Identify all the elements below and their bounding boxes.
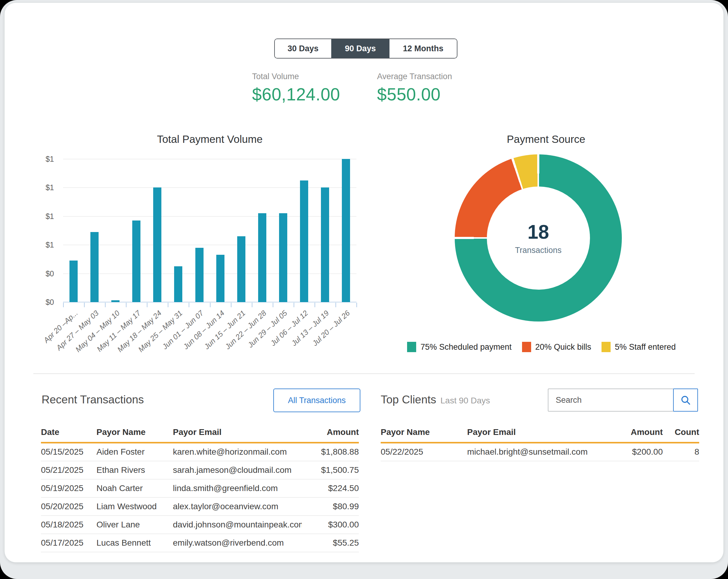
legend-item: 75% Scheduled payment (407, 342, 512, 352)
tab-12-months[interactable]: 12 Months (389, 39, 457, 58)
column-header-amount: Amount (598, 424, 663, 443)
cell-payor-email: linda.smith@greenfield.com (173, 479, 302, 497)
bar-Jul 13 – Jul 19 (321, 187, 329, 302)
bar-Jun 15 – Jun 21 (237, 236, 245, 302)
tab-30-days[interactable]: 30 Days (275, 39, 331, 58)
bar-slot (273, 159, 294, 302)
tab-90-days[interactable]: 90 Days (331, 39, 389, 58)
table-row: 05/19/2025Noah Carterlinda.smith@greenfi… (41, 479, 359, 497)
cell-payor-email: michael.bright@sunsetmail.com (467, 443, 598, 461)
dashboard-card: 30 Days 90 Days 12 Months Total Volume $… (4, 2, 724, 562)
bar-slot (147, 159, 168, 302)
bar-Jun 29 – Jul 05 (279, 213, 287, 302)
bar-Jul 20 – Jul 26 (342, 159, 350, 302)
all-transactions-button[interactable]: All Transactions (273, 389, 360, 412)
bar-Apr 27 – May 03 (90, 232, 99, 302)
table-row: 05/15/2025Aiden Fosterkaren.white@horizo… (41, 443, 359, 461)
average-transaction-stat: Average Transaction $550.00 (377, 72, 452, 104)
table-row: 05/18/2025Oliver Lanedavid.johnson@mount… (41, 516, 359, 534)
top-clients-heading-text: Top Clients (381, 393, 436, 406)
y-axis-tick-label: $0 (46, 269, 54, 278)
cell-payor-email: karen.white@horizonmail.com (173, 443, 302, 461)
donut-chart-title: Payment Source (446, 133, 646, 145)
recent-transactions-table: DatePayor NamePayor EmailAmount 05/15/20… (41, 424, 359, 552)
bar-May 18 – May 24 (153, 187, 161, 302)
bar-chart-title: Total Payment Volume (63, 133, 357, 145)
total-volume-label: Total Volume (252, 72, 340, 81)
cell-amount: $1,808.88 (302, 443, 359, 461)
donut-center: 18 Transactions (487, 187, 590, 290)
cell-amount: $80.99 (302, 497, 359, 516)
search-button[interactable] (673, 389, 698, 412)
cell-payor-name: 05/22/2025 (381, 443, 467, 461)
bar-slot (84, 159, 105, 302)
x-axis-tick (126, 303, 127, 307)
top-clients-title: Top ClientsLast 90 Days (381, 393, 490, 406)
table-row: 05/21/2025Ethan Riverssarah.jameson@clou… (41, 461, 359, 479)
x-axis-tick (357, 303, 357, 307)
cell-payor-email: sarah.jameson@cloudmail.com (173, 461, 302, 479)
search-input[interactable] (548, 389, 673, 412)
bar-Jul 06 – Jul 12 (300, 181, 308, 302)
bar-Apr 20 –Ap... (70, 261, 78, 302)
x-axis-tick (63, 303, 64, 307)
average-transaction-value: $550.00 (377, 84, 452, 104)
total-payment-volume-chart: $1$1$1$1$0$0Apr 20 –Ap...Apr 27 – May 03… (63, 159, 357, 302)
x-axis-tick (252, 303, 252, 307)
recent-transactions-header-row: DatePayor NamePayor EmailAmount (41, 424, 359, 443)
cell-payor-name: Lucas Bennett (97, 534, 173, 552)
cell-date: 05/18/2025 (41, 516, 97, 534)
top-clients-table: Payor NamePayor EmailAmountCount 05/22/2… (381, 424, 699, 461)
x-axis-tick (210, 303, 210, 307)
cell-date: 05/20/2025 (41, 497, 97, 516)
x-axis-tick (189, 303, 189, 307)
search-icon (680, 395, 691, 405)
cell-date: 05/15/2025 (41, 443, 97, 461)
bar-slot (231, 159, 252, 302)
bar-Jun 01 – Jun 07 (196, 248, 204, 302)
cell-payor-name: Noah Carter (97, 479, 173, 497)
column-header-amount: Amount (302, 424, 359, 443)
bar-slot (126, 159, 147, 302)
recent-transactions-title: Recent Transactions (42, 393, 144, 406)
cell-date: 05/21/2025 (41, 461, 97, 479)
bar-May 11 – May 17 (132, 220, 140, 302)
table-row: 05/22/2025michael.bright@sunsetmail.com$… (381, 443, 699, 461)
cell-count: 8 (663, 443, 699, 461)
bar-slot (336, 159, 357, 302)
column-header-payor-name: Payor Name (381, 424, 467, 443)
bar-slot (168, 159, 189, 302)
y-axis-tick-label: $1 (46, 212, 54, 220)
x-axis-tick (84, 303, 85, 307)
cell-amount: $224.50 (302, 479, 359, 497)
cell-amount: $200.00 (598, 443, 663, 461)
x-axis-tick (168, 303, 168, 307)
legend-label: 75% Scheduled payment (420, 342, 512, 352)
total-volume-stat: Total Volume $60,124.00 (252, 72, 340, 104)
cell-payor-name: Aiden Foster (97, 443, 173, 461)
cell-date: 05/17/2025 (41, 534, 97, 552)
bar-series (63, 159, 357, 302)
bar-slot (105, 159, 126, 302)
cell-payor-email: alex.taylor@oceanview.com (173, 497, 302, 516)
cell-amount: $55.25 (302, 534, 359, 552)
cell-payor-email: david.johnson@mountainpeak.com (173, 516, 302, 534)
y-axis-tick-label: $1 (46, 155, 54, 163)
table-row: 05/17/2025Lucas Bennettemily.watson@rive… (41, 534, 359, 552)
window-frame: 30 Days 90 Days 12 Months Total Volume $… (0, 0, 728, 579)
column-header-payor-name: Payor Name (97, 424, 173, 443)
legend-item: 5% Staff entered (601, 342, 676, 352)
donut-legend: 75% Scheduled payment20% Quick bills5% S… (411, 342, 672, 352)
legend-item: 20% Quick bills (522, 342, 592, 352)
bar-slot (315, 159, 336, 302)
legend-label: 20% Quick bills (536, 342, 592, 352)
x-axis-tick (336, 303, 336, 307)
top-clients-subtitle: Last 90 Days (440, 396, 490, 405)
bar-slot (63, 159, 84, 302)
bar-slot (210, 159, 231, 302)
x-axis-tick (147, 303, 148, 307)
column-header-date: Date (41, 424, 97, 443)
x-axis-tick (315, 303, 315, 307)
cell-amount: $300.00 (302, 516, 359, 534)
legend-label: 5% Staff entered (615, 342, 676, 352)
